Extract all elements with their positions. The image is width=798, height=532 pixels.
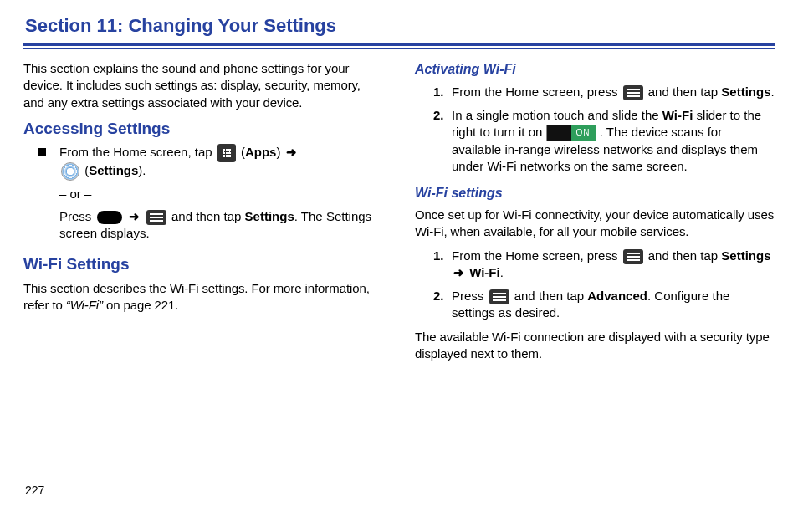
arrow-icon: ➜ [129,209,140,223]
section-title: Section 11: Changing Your Settings [25,15,775,37]
page-number: 227 [25,483,44,497]
step-body: Press and then tap Advanced. Configure t… [452,288,775,322]
text: From the Home screen, press [452,248,622,263]
text: and then tap [648,84,722,99]
list-item: 2. In a single motion touch and slide th… [433,107,775,176]
wifi-settings-intro: Once set up for Wi-Fi connectivity, your… [415,207,775,241]
switch-on-label: ON [571,125,596,141]
manual-page: Section 11: Changing Your Settings This … [0,0,798,532]
settings-label: Settings [245,209,294,223]
text: and then tap [648,248,722,263]
text: ). [138,163,146,177]
list-item: 1. From the Home screen, press and then … [433,248,775,282]
list-item: 1. From the Home screen, press and then … [433,84,775,100]
activating-wifi-steps: 1. From the Home screen, press and then … [433,84,775,176]
wifi-intro-paragraph: This section describes the Wi-Fi setting… [23,280,383,315]
bullet-body: From the Home screen, tap (Apps) ➜ (Sett… [59,144,383,242]
heading-wifi-settings: Wi-Fi Settings [23,253,383,275]
arrow-icon: ➜ [453,265,464,279]
right-column: Activating Wi-Fi 1. From the Home screen… [415,60,775,369]
text: and then tap [171,209,245,223]
heading-wifi-settings-sub: Wi-Fi settings [415,184,775,202]
settings-label: Settings [721,248,770,263]
title-rule [23,43,775,49]
wifi-label: Wi-Fi [469,265,500,279]
settings-gear-icon [61,162,79,181]
text: From the Home screen, press [452,84,622,99]
text: and then tap [514,289,588,303]
step-body: From the Home screen, press and then tap… [452,84,775,100]
wifi-settings-outro: The available Wi-Fi connection are displ… [415,329,775,363]
home-button-icon [97,211,122,224]
settings-label: Settings [721,84,770,99]
alt-instruction: Press ➜ and then tap Settings. The Setti… [59,208,383,243]
text: . [771,84,775,99]
text: . [500,265,504,279]
bullet-item-access: From the Home screen, tap (Apps) ➜ (Sett… [38,144,383,242]
menu-button-icon [146,210,166,225]
heading-accessing-settings: Accessing Settings [23,118,383,140]
step-number: 2. [433,107,452,176]
step-body: From the Home screen, press and then tap… [452,248,775,282]
text: From the Home screen, tap [59,145,216,159]
apps-grid-icon [217,144,236,162]
text: In a single motion touch and slide the [452,108,662,122]
or-divider: – or – [59,186,383,202]
wifi-label: Wi-Fi [662,108,693,122]
text: ) [276,145,284,159]
step-number: 1. [433,248,452,282]
arrow-icon: ➜ [286,145,297,159]
advanced-label: Advanced [587,289,647,303]
step-number: 2. [433,288,452,322]
left-column: This section explains the sound and phon… [23,60,383,369]
apps-label: Apps [245,145,277,159]
step-number: 1. [433,84,452,100]
settings-label: Settings [89,163,138,177]
two-column-layout: This section explains the sound and phon… [23,60,775,369]
intro-paragraph: This section explains the sound and phon… [23,60,383,111]
wifi-reference: “Wi-Fi” [66,298,103,312]
step-body: In a single motion touch and slide the W… [452,107,775,176]
wifi-on-switch-icon: ON [546,125,596,141]
menu-button-icon [489,289,509,304]
text: Press [59,209,95,223]
heading-activating-wifi: Activating Wi-Fi [415,60,775,79]
menu-button-icon [623,249,643,264]
square-bullet-icon [38,148,46,156]
text: Press [452,289,488,303]
menu-button-icon [623,85,643,100]
text: on page 221. [103,298,178,312]
list-item: 2. Press and then tap Advanced. Configur… [433,288,775,322]
wifi-settings-steps: 1. From the Home screen, press and then … [433,248,775,322]
